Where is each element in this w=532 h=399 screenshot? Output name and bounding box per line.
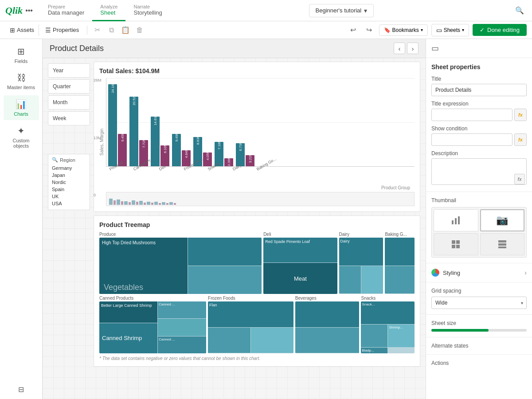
redo-button[interactable]: ↪ (363, 24, 376, 36)
region-nordic[interactable]: Nordic (52, 179, 86, 186)
bar-group-produce: 24.16M 9.45M (108, 84, 127, 166)
region-uk[interactable]: UK (52, 193, 86, 200)
treemap-snacks-cell1: Snack... (361, 301, 415, 324)
treemap-snacks-cell4: Bladp... (361, 348, 387, 353)
treemap-snacks-cell3: Shrimp... (388, 325, 415, 347)
tutorial-dropdown[interactable]: Beginner's tutorial ▾ (309, 4, 374, 17)
bar-group-canned: 20.52M 7.72M (129, 97, 148, 166)
filter-week[interactable]: Week (48, 111, 90, 125)
styling-label: Styling (443, 270, 460, 276)
nav-tabs: Prepare Data manager Analyze Sheet Narra… (40, 0, 170, 21)
tab-narrate-sub: Narrate (133, 4, 162, 9)
undo-button[interactable]: ↩ (347, 24, 360, 36)
treemap-cell-canned-shrimp[interactable]: Canned Shrimp (99, 323, 157, 353)
bar-dairy-purple: 2.39M (224, 158, 233, 166)
title-expression-input[interactable] (431, 109, 512, 121)
actions-section[interactable]: Actions (426, 355, 532, 372)
grid-spacing-select[interactable]: Narrow Medium Wide (431, 297, 527, 309)
svg-rect-8 (498, 243, 506, 246)
tab-analyze[interactable]: Analyze Sheet (92, 0, 125, 21)
next-sheet-button[interactable]: › (407, 43, 419, 54)
thumbnail-grid-icon2[interactable] (480, 233, 525, 255)
charts-column: Total Sales: $104.9M Sales, Margin 26M 1… (94, 62, 420, 395)
treemap-dairy-cell1: Dairy (339, 238, 383, 266)
thumbnail-section: Thumbnail 📷 (426, 192, 532, 263)
filter-month[interactable]: Month (48, 95, 90, 110)
fields-icon: ⊞ (17, 46, 25, 57)
region-spain[interactable]: Spain (52, 186, 86, 193)
sheet-size-bar[interactable] (431, 329, 527, 332)
treemap-canned-cell1: Canned ... (158, 301, 206, 318)
title-expression-fx-button[interactable]: fx (514, 109, 527, 121)
bar-group-deli: 14.63M 6.10M (151, 117, 169, 166)
cut-button[interactable]: ✂ (91, 24, 103, 36)
sidebar-item-charts[interactable]: 📊 Charts (4, 95, 39, 120)
sheets-button[interactable]: ▭ Sheets ▾ (431, 24, 469, 36)
filter-quarter[interactable]: Quarter (48, 79, 90, 94)
treemap-snacks-label: Snacks (361, 296, 415, 301)
sheet-scroll-content: Year Quarter Month Week 🔍 Region Germany… (43, 58, 426, 399)
treemap-cell-pimento[interactable]: Red Spade Pimento Loaf (263, 238, 337, 262)
delete-button[interactable]: 🗑 (133, 24, 146, 36)
fields-label: Fields (15, 59, 27, 64)
svg-rect-9 (498, 246, 506, 248)
thumbnail-camera-item[interactable]: 📷 (480, 209, 525, 231)
copy-button[interactable]: ⧉ (105, 24, 117, 36)
treemap-frozen: Frozen Foods Flan (208, 296, 293, 353)
properties-button[interactable]: ☰ Properties (41, 24, 83, 36)
treemap-canned-cell3: Canned ... (158, 336, 206, 353)
filter-year[interactable]: Year (48, 63, 90, 78)
thumbnail-chart-icon[interactable] (434, 209, 478, 231)
assets-button[interactable]: ⊞ Assets (5, 24, 39, 36)
treemap-snacks-cell2 (361, 325, 387, 347)
title-input[interactable] (431, 84, 527, 96)
custom-objects-label: Custom objects (6, 138, 36, 149)
treemap-frozen-label: Frozen Foods (208, 296, 293, 301)
dots-menu-icon[interactable]: ••• (25, 7, 33, 15)
treemap-cell-vegetables[interactable]: Vegetables (104, 283, 143, 292)
description-fx-button[interactable]: fx (514, 174, 525, 184)
show-condition-input[interactable] (431, 133, 512, 146)
title-expression-label: Title expression (431, 101, 527, 107)
tutorial-chevron-icon: ▾ (364, 7, 367, 14)
sidebar-item-master-items[interactable]: ⛓ Master items (4, 69, 39, 94)
sidebar-item-custom-objects[interactable]: ✦ Custom objects (4, 122, 39, 152)
treemap-cell-meat[interactable]: Meat (263, 263, 337, 294)
sheet-size-label: Sheet size (431, 320, 527, 326)
region-japan[interactable]: Japan (52, 172, 86, 179)
bottom-icon-button[interactable]: ⊟ (15, 383, 27, 395)
description-textarea[interactable] (431, 158, 527, 185)
bar-canned-teal: 20.52M (129, 97, 138, 166)
tab-prepare[interactable]: Prepare Data manager (40, 0, 92, 21)
region-germany[interactable]: Germany (52, 164, 86, 172)
treemap-bev-cell1 (295, 301, 360, 327)
paste-button[interactable]: 📋 (119, 24, 132, 36)
tab-narrate[interactable]: Narrate Storytelling (125, 0, 170, 21)
treemap-dairy-cell2 (339, 266, 361, 294)
bookmarks-button[interactable]: 🔖 Bookmarks ▾ (379, 24, 428, 36)
done-check-icon: ✓ (480, 27, 485, 33)
treemap-dairy: Dairy Dairy (339, 232, 383, 294)
sidebar-item-fields[interactable]: ⊞ Fields (4, 43, 39, 67)
prev-sheet-button[interactable]: ‹ (394, 43, 405, 54)
styling-section[interactable]: Styling › (426, 263, 532, 282)
charts-label: Charts (14, 111, 28, 117)
sheet-nav-buttons: ‹ › (394, 43, 419, 54)
treemap-frozen-cell2 (208, 328, 250, 353)
treemap-canned: Canned Products Better Large Canned Shri… (99, 296, 206, 353)
nav-right: 🔍 (512, 4, 527, 18)
charts-icon: 📊 (16, 99, 27, 110)
chart-scrollbar[interactable] (106, 192, 415, 206)
qlik-logo[interactable]: Qlik ••• (5, 5, 33, 16)
treemap-cell-shrimp-large[interactable]: Better Large Canned Shrimp (99, 301, 157, 323)
search-button[interactable]: 🔍 (512, 4, 527, 18)
done-editing-button[interactable]: ✓ Done editing (473, 24, 527, 36)
region-filter-label: Region (60, 157, 75, 163)
treemap-note: * The data set contains negative or zero… (99, 356, 415, 361)
region-usa[interactable]: USA (52, 200, 86, 207)
treemap-beverages: Beverages (295, 296, 360, 353)
toolbar-separator-1 (87, 26, 87, 35)
sheets-label: Sheets (444, 27, 460, 33)
show-condition-fx-button[interactable]: fx (514, 133, 527, 146)
thumbnail-grid-icon[interactable] (434, 233, 478, 255)
